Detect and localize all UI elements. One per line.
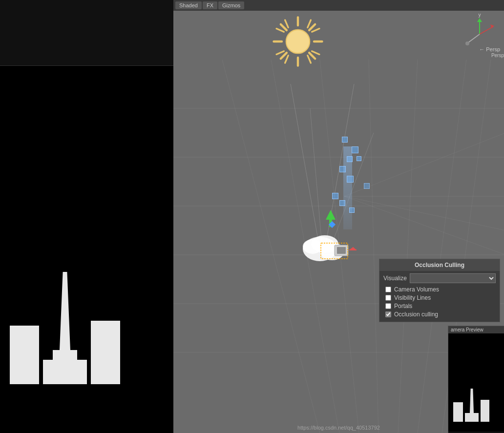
visibility-lines-label: Visibility Lines bbox=[394, 294, 431, 301]
viewport-gizmo: y x Persp bbox=[460, 12, 499, 51]
occlusion-culling-label: Occlusion culling bbox=[394, 311, 438, 318]
svg-point-54 bbox=[465, 41, 469, 45]
svg-line-30 bbox=[285, 20, 289, 27]
building-mid bbox=[53, 350, 77, 360]
svg-line-34 bbox=[312, 29, 319, 32]
svg-marker-50 bbox=[477, 18, 482, 22]
svg-line-31 bbox=[308, 20, 311, 27]
svg-line-37 bbox=[285, 56, 289, 63]
toolbar-shaded-btn[interactable]: Shaded bbox=[175, 1, 202, 9]
svg-line-10 bbox=[398, 60, 418, 433]
svg-line-35 bbox=[312, 51, 319, 55]
toolbar-gizmos-btn[interactable]: Gizmos bbox=[218, 1, 244, 9]
visualize-dropdown[interactable] bbox=[410, 273, 496, 283]
svg-point-21 bbox=[286, 30, 310, 53]
main-layout: Shaded FX Gizmos 🔒 bbox=[0, 0, 504, 433]
preview-buildings bbox=[453, 389, 489, 422]
svg-line-33 bbox=[276, 51, 284, 55]
left-top-view bbox=[0, 0, 173, 66]
svg-marker-38 bbox=[326, 210, 336, 220]
buildings-group bbox=[10, 272, 120, 384]
watermark: https://blog.csdn.net/qq_40513792 bbox=[297, 425, 380, 431]
sun-icon bbox=[271, 15, 325, 68]
preview-building-right bbox=[481, 400, 489, 422]
svg-line-26 bbox=[281, 24, 287, 30]
svg-line-32 bbox=[276, 29, 284, 32]
camera-volumes-row: Camera Volumes bbox=[383, 286, 496, 293]
cube-6 bbox=[364, 183, 370, 189]
svg-line-16 bbox=[344, 196, 504, 255]
main-viewport: Shaded FX Gizmos 🔒 bbox=[173, 0, 504, 433]
occlusion-culling-row: Occlusion culling bbox=[383, 311, 496, 318]
preview-spire bbox=[470, 389, 474, 413]
cube-7 bbox=[357, 156, 361, 161]
building-center bbox=[43, 272, 87, 384]
svg-line-27 bbox=[309, 53, 315, 59]
cube-1 bbox=[342, 137, 348, 143]
preview-building-center bbox=[465, 389, 479, 422]
camera-beam bbox=[343, 146, 352, 229]
svg-rect-45 bbox=[337, 247, 346, 254]
viewport-toolbar: Shaded FX Gizmos bbox=[173, 0, 504, 11]
svg-line-28 bbox=[309, 24, 315, 30]
occlusion-culling-checkbox[interactable] bbox=[385, 311, 391, 317]
building-right bbox=[91, 321, 120, 384]
preview-building-left bbox=[453, 402, 463, 422]
building-base bbox=[43, 360, 87, 384]
camera-volumes-checkbox[interactable] bbox=[385, 287, 391, 292]
svg-line-36 bbox=[308, 56, 311, 63]
svg-line-53 bbox=[468, 34, 480, 42]
visualize-row: Visualize bbox=[383, 273, 496, 283]
portals-label: Portals bbox=[394, 303, 412, 309]
visibility-lines-row: Visibility Lines bbox=[383, 294, 496, 301]
portals-checkbox[interactable] bbox=[385, 303, 391, 309]
left-panel bbox=[0, 0, 173, 433]
camera-preview-panel: amera Preview bbox=[448, 326, 504, 433]
building-spire bbox=[60, 272, 70, 350]
occlusion-body: Visualize Camera Volumes Visibility Line… bbox=[379, 271, 500, 322]
scene-3d bbox=[0, 66, 173, 433]
occlusion-header: Occlusion Culling bbox=[379, 259, 500, 271]
cube-2 bbox=[352, 146, 358, 153]
persp-label: Persp bbox=[491, 53, 504, 58]
occlusion-culling-panel: Occlusion Culling Visualize Camera Volum… bbox=[379, 259, 500, 322]
svg-line-51 bbox=[480, 27, 493, 34]
visualize-label: Visualize bbox=[383, 275, 407, 282]
visibility-lines-checkbox[interactable] bbox=[385, 295, 391, 301]
svg-line-29 bbox=[281, 53, 287, 59]
portals-row: Portals bbox=[383, 303, 496, 309]
left-bottom-scene bbox=[0, 66, 173, 433]
building-left bbox=[10, 326, 39, 384]
toolbar-fx-btn[interactable]: FX bbox=[203, 1, 217, 9]
camera-volumes-label: Camera Volumes bbox=[394, 286, 439, 293]
camera-preview-scene bbox=[448, 333, 504, 432]
svg-line-9 bbox=[369, 60, 378, 433]
svg-line-15 bbox=[344, 196, 504, 230]
persp-text: ← Persp bbox=[479, 46, 500, 52]
camera-preview-header: amera Preview bbox=[448, 326, 504, 333]
camera-object bbox=[295, 225, 359, 264]
cube-8 bbox=[332, 193, 338, 199]
preview-base bbox=[465, 413, 479, 422]
